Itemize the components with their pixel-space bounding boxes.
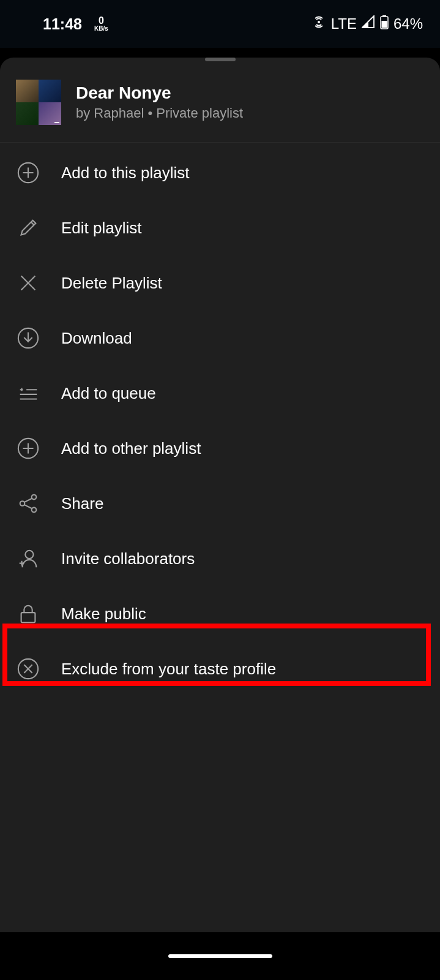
plus-circle-icon — [16, 436, 40, 461]
menu-label: Add to other playlist — [61, 439, 201, 458]
exclude-from-taste-item[interactable]: Exclude from your taste profile — [0, 641, 440, 696]
menu-label: Edit playlist — [61, 219, 142, 238]
menu-label: Make public — [61, 605, 146, 624]
svg-point-10 — [25, 551, 33, 559]
menu-label: Invite collaborators — [61, 549, 195, 568]
delete-playlist-item[interactable]: Delete Playlist — [0, 255, 440, 311]
playlist-cover — [16, 80, 61, 125]
network-type: LTE — [331, 15, 357, 32]
queue-icon — [16, 381, 40, 405]
signal-icon — [362, 15, 375, 32]
battery-icon — [380, 15, 389, 33]
menu-label: Download — [61, 329, 132, 348]
close-icon — [16, 271, 40, 295]
svg-point-0 — [318, 21, 320, 23]
menu-label: Delete Playlist — [61, 274, 162, 293]
edit-playlist-item[interactable]: Edit playlist — [0, 200, 440, 255]
status-bar: 11:48 0 KB/s LTE 64% — [0, 0, 440, 48]
add-to-this-playlist-item[interactable]: Add to this playlist — [0, 145, 440, 200]
menu-label: Add to this playlist — [61, 164, 190, 183]
playlist-title: Dear Nonye — [76, 83, 243, 103]
add-to-queue-item[interactable]: Add to queue — [0, 366, 440, 421]
svg-rect-2 — [382, 15, 386, 17]
menu: Add to this playlist Edit playlist Delet… — [0, 143, 440, 699]
plus-circle-icon — [16, 160, 40, 185]
svg-rect-11 — [21, 612, 35, 622]
svg-rect-3 — [381, 21, 387, 28]
download-icon — [16, 326, 40, 350]
share-item[interactable]: Share — [0, 476, 440, 531]
invite-collaborators-item[interactable]: Invite collaborators — [0, 531, 440, 586]
bottom-sheet: Dear Nonye by Raphael • Private playlist… — [0, 58, 440, 942]
add-to-other-playlist-item[interactable]: Add to other playlist — [0, 421, 440, 476]
navigation-bar[interactable] — [0, 932, 440, 980]
playlist-subtitle: by Raphael • Private playlist — [76, 105, 243, 121]
pencil-icon — [16, 216, 40, 240]
battery-percent: 64% — [393, 15, 423, 32]
hotspot-icon — [311, 15, 326, 33]
person-plus-icon — [16, 546, 40, 571]
menu-label: Exclude from your taste profile — [61, 660, 276, 679]
network-speed: 0 KB/s — [94, 16, 108, 32]
x-circle-icon — [16, 657, 40, 681]
playlist-header: Dear Nonye by Raphael • Private playlist — [0, 61, 440, 142]
share-icon — [16, 491, 40, 516]
download-item[interactable]: Download — [0, 311, 440, 366]
make-public-item[interactable]: Make public — [0, 586, 440, 641]
lock-icon — [16, 601, 40, 626]
status-time: 11:48 — [43, 15, 82, 33]
menu-label: Share — [61, 494, 103, 513]
menu-label: Add to queue — [61, 384, 156, 403]
